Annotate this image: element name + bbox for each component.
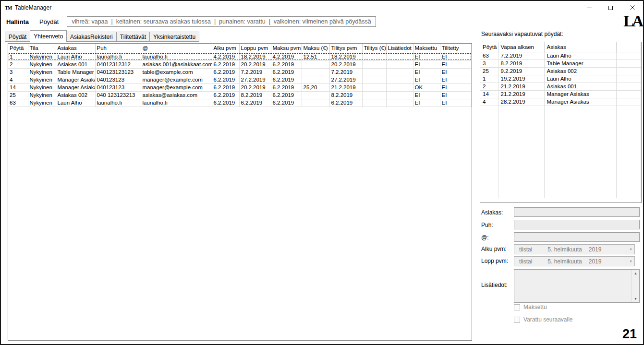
upcoming-cell[interactable]: Lauri Alho <box>544 52 616 59</box>
table-cell[interactable] <box>362 76 386 83</box>
table-cell[interactable]: Nykyinen <box>28 83 56 91</box>
table-cell[interactable] <box>386 60 413 68</box>
upcoming-cell[interactable]: 21.2.2019 <box>498 83 544 90</box>
table-cell[interactable]: laurialho.fi <box>95 53 141 60</box>
table-cell[interactable] <box>386 76 413 83</box>
table-cell[interactable]: 18.2.2019 <box>239 53 271 60</box>
table-cell[interactable]: table@example.com <box>141 68 212 76</box>
table-row[interactable]: 63NykyinenLauri Alholaurialho.filaurialh… <box>8 99 472 107</box>
table-cell[interactable]: 7.2.2019 <box>329 68 362 76</box>
table-cell[interactable]: 6.2.2019 <box>329 99 362 107</box>
table-cell[interactable]: 040 123123213 <box>95 91 141 99</box>
upcoming-cell[interactable]: 21.2.2019 <box>498 90 544 98</box>
upcoming-cell[interactable]: Lauri Alho <box>544 75 616 83</box>
upcoming-cell[interactable]: Asiakas 002 <box>544 67 616 75</box>
lopp-pvm-picker[interactable]: tiistai 5. helmikuuta 2019 ▾ <box>514 256 635 266</box>
table-cell[interactable]: 7.2.2019 <box>239 68 271 76</box>
varattu-seuraavalle-checkbox[interactable]: Varattu seuraavalle <box>514 316 573 323</box>
table-cell[interactable]: EI <box>440 91 472 99</box>
table-row[interactable]: 14NykyinenManager Asiakas040123123manage… <box>8 83 472 91</box>
column-header[interactable]: Pöytä <box>8 44 28 53</box>
table-cell[interactable]: 1 <box>8 53 28 60</box>
table-cell[interactable]: Nykyinen <box>28 53 56 60</box>
column-header[interactable]: Tilitetty <box>440 44 472 53</box>
upcoming-cell[interactable]: 3 <box>480 59 498 67</box>
table-cell[interactable]: manager@example.com <box>141 83 212 91</box>
table-cell[interactable]: 4.2.2019 <box>271 53 302 60</box>
table-cell[interactable]: 20.2.2019 <box>329 60 362 68</box>
upcoming-row[interactable]: 637.2.2019Lauri Alho <box>480 52 641 59</box>
table-cell[interactable]: EI <box>413 68 440 76</box>
maximize-button[interactable] <box>600 1 621 14</box>
column-header[interactable]: Maksettu <box>413 44 440 53</box>
table-cell[interactable]: Nykyinen <box>28 91 56 99</box>
column-header[interactable]: Puh <box>95 44 141 53</box>
table-cell[interactable]: 20.2.2019 <box>239 60 271 68</box>
column-header[interactable]: @ <box>141 44 212 53</box>
table-cell[interactable]: 4.2.2019 <box>212 53 239 60</box>
table-cell[interactable]: 6.2.2019 <box>271 99 302 107</box>
column-header[interactable]: Tila <box>28 44 56 53</box>
table-cell[interactable] <box>362 91 386 99</box>
table-cell[interactable]: EI <box>440 99 472 107</box>
column-header[interactable]: Vapaa alkaen <box>498 42 544 52</box>
upcoming-cell[interactable]: 8.2.2019 <box>498 59 544 67</box>
upcoming-cell[interactable]: 9.2.2019 <box>498 67 544 75</box>
column-header[interactable]: Tilitys pvm <box>329 44 362 53</box>
table-cell[interactable]: 040123123 <box>95 76 141 83</box>
table-cell[interactable]: 4 <box>8 76 28 83</box>
upcoming-cell[interactable] <box>616 90 641 98</box>
table-cell[interactable] <box>362 99 386 107</box>
table-cell[interactable]: OK <box>413 83 440 91</box>
table-cell[interactable] <box>386 53 413 60</box>
table-cell[interactable]: 6.2.2019 <box>212 76 239 83</box>
column-header[interactable]: Maksu (€) <box>302 44 329 53</box>
table-cell[interactable]: laurialho.fi <box>141 99 212 107</box>
upcoming-row[interactable]: 119.2.2019Lauri Alho <box>480 75 641 83</box>
table-cell[interactable]: EI <box>440 60 472 68</box>
table-cell[interactable]: 6.2.2019 <box>271 91 302 99</box>
table-cell[interactable]: 040123123 <box>95 83 141 91</box>
table-cell[interactable]: Nykyinen <box>28 60 56 68</box>
table-cell[interactable] <box>302 91 329 99</box>
table-cell[interactable]: 8.2.2019 <box>329 91 362 99</box>
table-cell[interactable]: EI <box>413 91 440 99</box>
table-cell[interactable] <box>386 99 413 107</box>
tab-asiakasrekisteri[interactable]: AsiakasRekisteri <box>66 32 117 42</box>
alku-pvm-picker[interactable]: tiistai 5. helmikuuta 2019 ▾ <box>514 244 635 254</box>
table-cell[interactable]: EI <box>440 83 472 91</box>
table-cell[interactable]: asiakas.001@asiakkaat.com <box>141 60 212 68</box>
table-cell[interactable]: 27.2.2019 <box>239 76 271 83</box>
table-cell[interactable]: 6.2.2019 <box>212 68 239 76</box>
upcoming-cell[interactable]: 14 <box>480 90 498 98</box>
table-cell[interactable]: 21.2.2019 <box>329 83 362 91</box>
table-cell[interactable] <box>362 68 386 76</box>
table-cell[interactable]: Nykyinen <box>28 76 56 83</box>
table-cell[interactable] <box>386 91 413 99</box>
asiakas-input[interactable] <box>514 207 640 217</box>
upcoming-row[interactable]: 428.2.2019Manager Asiakas <box>480 98 641 106</box>
table-cell[interactable] <box>362 60 386 68</box>
checkbox-icon[interactable] <box>514 317 520 323</box>
upcoming-cell[interactable]: Manager Asiakas <box>544 90 616 98</box>
table-cell[interactable]: 12,51 <box>302 53 329 60</box>
lisatiedot-textarea[interactable]: ▲ ▼ <box>514 269 640 303</box>
upcoming-cell[interactable]: 63 <box>480 52 498 59</box>
upcoming-cell[interactable] <box>616 59 641 67</box>
column-header[interactable]: Maksu pvm <box>271 44 302 53</box>
upcoming-cell[interactable] <box>616 83 641 90</box>
upcoming-cell[interactable]: 1 <box>480 75 498 83</box>
table-cell[interactable]: Nykyinen <box>28 99 56 107</box>
table-cell[interactable]: 27.2.2019 <box>329 76 362 83</box>
table-cell[interactable]: EI <box>440 68 472 76</box>
scroll-down-icon[interactable]: ▼ <box>632 295 639 302</box>
table-cell[interactable] <box>302 99 329 107</box>
tab-yksinkertaistettu[interactable]: Yksinkertaistettu <box>149 32 199 42</box>
checkbox-icon[interactable] <box>514 304 520 310</box>
table-row[interactable]: 3NykyinenTable Manager040123123123table@… <box>8 68 472 76</box>
upcoming-cell[interactable] <box>616 67 641 75</box>
upcoming-cell[interactable]: 25 <box>480 67 498 75</box>
table-cell[interactable] <box>302 60 329 68</box>
column-header[interactable]: Lisätiedot <box>386 44 413 53</box>
table-cell[interactable]: Lauri Alho <box>56 53 95 60</box>
